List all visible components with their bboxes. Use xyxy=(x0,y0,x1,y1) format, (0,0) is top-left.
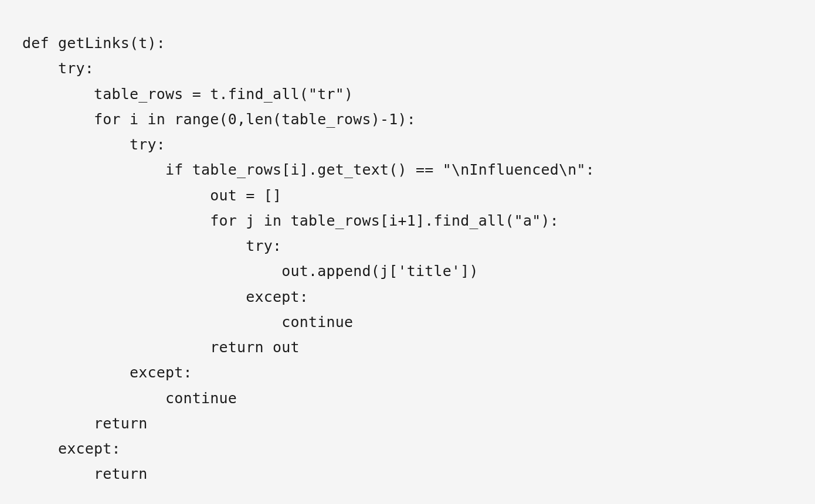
code-block: def getLinks(t): try: table_rows = t.fin… xyxy=(0,0,815,487)
